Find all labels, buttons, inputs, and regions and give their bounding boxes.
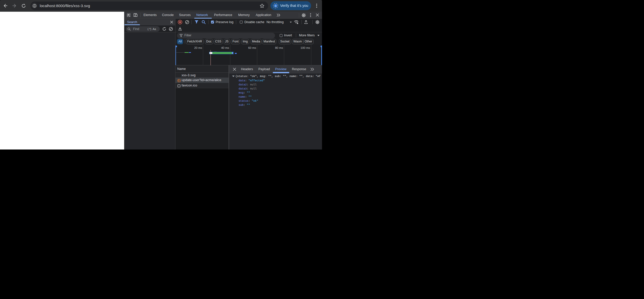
svg-text:}: } [179, 79, 181, 82]
svg-text:S: S [275, 4, 276, 7]
